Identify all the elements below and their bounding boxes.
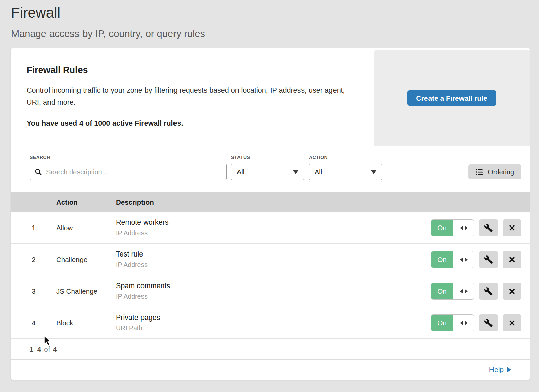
rule-match-type: IP Address [116,261,431,269]
overview-text: Firewall Rules Control incoming traffic … [11,48,374,146]
rule-action: Block [56,319,116,327]
delete-rule-button[interactable] [503,283,521,300]
rule-number: 2 [11,255,56,264]
status-select-value: All [237,168,244,176]
wrench-icon [484,319,493,327]
rule-match-type: IP Address [116,229,431,237]
wrench-icon [484,223,493,232]
rule-description: Test rule [116,250,431,259]
overview-description: Control incoming traffic to your zone by… [27,84,350,109]
rule-controls: On [431,251,530,268]
toggle-handle-icon[interactable] [453,220,474,236]
usage-note: You have used 4 of 1000 active Firewall … [27,119,354,128]
page-subtitle: Manage access by IP, country, or query r… [0,21,539,39]
table-row: 1 Allow Remote workers IP Address On [11,212,530,244]
toggle-on-label: On [431,315,453,331]
close-icon [508,319,516,327]
rule-number: 3 [11,287,56,295]
wrench-icon [484,287,493,296]
status-filter: STATUS All [231,155,309,180]
help-link-label: Help [489,366,504,374]
table-row: 2 Challenge Test rule IP Address On [11,244,530,275]
toggle-handle-icon[interactable] [453,283,474,299]
rule-description-cell: Remote workers IP Address [116,218,431,237]
pagination-total: 4 [53,345,57,353]
rule-controls: On [431,219,530,236]
rule-match-type: URI Path [116,324,431,332]
rule-enabled-toggle[interactable]: On [431,251,474,268]
close-icon [508,224,516,232]
table-row: 3 JS Challenge Spam comments IP Address … [11,275,530,307]
action-select[interactable]: All [309,164,382,180]
create-rule-panel: Create a Firewall rule [374,50,530,146]
search-label: SEARCH [30,155,231,160]
delete-rule-button[interactable] [503,251,521,268]
edit-rule-button[interactable] [479,283,498,300]
rule-match-type: IP Address [116,293,431,300]
rule-description: Spam comments [116,282,431,290]
toggle-handle-icon[interactable] [453,251,474,268]
delete-rule-button[interactable] [503,314,521,331]
help-link[interactable]: Help [489,366,511,374]
delete-rule-button[interactable] [503,219,521,236]
list-icon [476,168,484,176]
rule-controls: On [431,314,530,331]
edit-rule-button[interactable] [479,219,498,236]
rule-action: Challenge [56,255,116,264]
action-select-value: All [315,168,322,176]
close-icon [508,288,516,295]
action-label: ACTION [309,155,382,160]
rule-action: JS Challenge [56,287,116,295]
pagination: 1–4 of 4 [11,339,530,360]
page-title: Firewall [0,0,539,21]
rule-number: 4 [11,319,56,327]
action-filter: ACTION All [309,155,382,180]
help-row: Help [11,360,530,380]
search-filter: SEARCH [30,155,231,180]
chevron-down-icon [293,170,298,174]
pagination-range: 1–4 [30,345,41,353]
arrow-right-icon [507,367,511,372]
status-select[interactable]: All [231,164,304,180]
rule-enabled-toggle[interactable]: On [431,219,474,236]
table-row: 4 Block Private pages URI Path On [11,307,530,339]
edit-rule-button[interactable] [479,251,498,268]
ordering-button[interactable]: Ordering [468,164,521,179]
create-firewall-rule-button[interactable]: Create a Firewall rule [407,90,496,106]
toggle-handle-icon[interactable] [453,315,474,331]
status-label: STATUS [231,155,309,160]
overview-heading: Firewall Rules [27,65,354,76]
header-action: Action [56,198,116,206]
rule-description-cell: Spam comments IP Address [116,282,431,300]
rule-number: 1 [11,224,56,232]
edit-rule-button[interactable] [479,314,498,331]
rule-description-cell: Test rule IP Address [116,250,431,269]
rules-table-body: 1 Allow Remote workers IP Address On [11,212,530,339]
table-header: Action Description [11,192,530,212]
rule-description: Private pages [116,313,431,322]
wrench-icon [484,255,493,264]
overview-section: Firewall Rules Control incoming traffic … [11,48,530,146]
rule-action: Allow [56,224,116,232]
close-icon [508,256,516,263]
toggle-on-label: On [431,251,453,268]
ordering-button-label: Ordering [488,168,514,176]
rule-description-cell: Private pages URI Path [116,313,431,332]
toggle-on-label: On [431,220,453,236]
search-icon [35,168,42,176]
search-input[interactable] [45,168,222,176]
filter-bar: SEARCH STATUS All ACTION All [11,146,530,192]
rule-enabled-toggle[interactable]: On [431,314,474,331]
rule-description: Remote workers [116,218,431,227]
pagination-of: of [44,345,50,353]
toggle-on-label: On [431,283,453,299]
chevron-down-icon [371,170,376,174]
firewall-rules-card: Firewall Rules Control incoming traffic … [11,48,530,380]
header-description: Description [116,198,530,206]
rule-enabled-toggle[interactable]: On [431,283,474,300]
search-field[interactable] [30,164,227,180]
rule-controls: On [431,283,530,300]
